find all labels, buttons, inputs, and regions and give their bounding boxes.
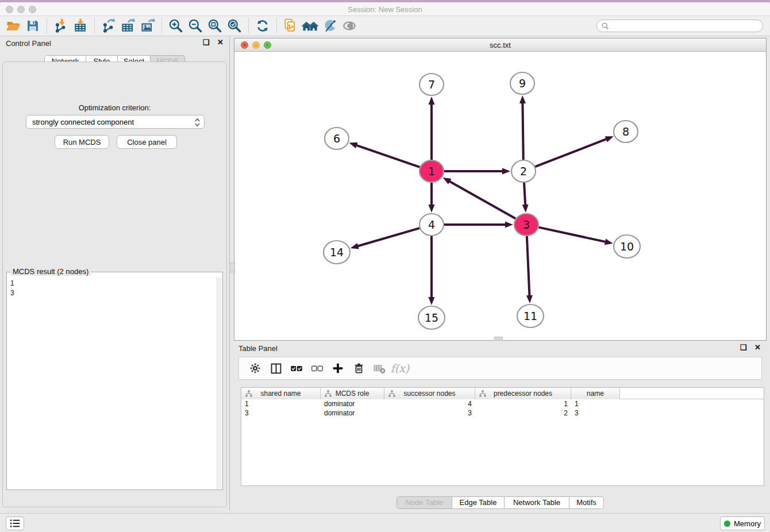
new-network-from-selection-icon[interactable] xyxy=(281,17,301,34)
table-cell[interactable]: 1 xyxy=(241,399,321,408)
criterion-select[interactable]: strongly connected component xyxy=(26,115,205,129)
network-window-title: scc.txt xyxy=(234,41,766,49)
table-panel-float-icon[interactable]: ❑ xyxy=(740,343,747,352)
table-cell[interactable]: 1 xyxy=(571,399,620,408)
graph-node-label-7: 7 xyxy=(428,78,435,91)
mcds-result-text[interactable]: 1 3 xyxy=(8,277,216,488)
graph-edge-3-10[interactable] xyxy=(538,228,607,242)
table-panel: Table Panel ❑ ✕ xyxy=(234,342,767,510)
search-field[interactable] xyxy=(596,20,763,32)
select-all-icon[interactable] xyxy=(286,359,307,377)
zoom-out-icon[interactable] xyxy=(186,17,205,34)
table-panel-close-icon[interactable]: ✕ xyxy=(754,343,761,352)
zoom-in-icon[interactable] xyxy=(166,17,186,34)
table-cell[interactable]: 3 xyxy=(241,408,321,418)
network-canvas[interactable]: 1234678910111415 xyxy=(234,52,766,340)
tab-network-table[interactable]: Network Table xyxy=(505,496,569,509)
graph-edge-arrowhead xyxy=(605,238,613,245)
import-network-icon[interactable] xyxy=(51,17,71,34)
toolbar-separator xyxy=(276,18,277,33)
delete-table-icon[interactable] xyxy=(369,359,390,377)
annotation-icon[interactable] xyxy=(320,17,340,34)
fit-content-icon[interactable] xyxy=(205,17,225,34)
node-table: shared nameMCDS rolesuccessor nodesprede… xyxy=(241,387,764,486)
gear-icon[interactable] xyxy=(245,359,265,377)
optimization-criterion-label: Optimization criterion: xyxy=(3,103,226,112)
graph-edge-3-1[interactable] xyxy=(448,180,515,218)
table-cell[interactable]: 3 xyxy=(384,408,475,418)
export-image-icon[interactable] xyxy=(138,17,157,34)
graph-edge-2-9[interactable] xyxy=(522,102,523,160)
run-mcds-button[interactable]: Run MCDS xyxy=(55,135,109,149)
mcds-panel-body: Optimization criterion: strongly connect… xyxy=(2,61,227,507)
close-panel-button[interactable]: Close panel xyxy=(117,135,177,149)
control-panel-title: Control Panel xyxy=(6,39,51,48)
table-cell[interactable]: dominator xyxy=(321,408,384,418)
function-builder-icon[interactable]: f(x) xyxy=(390,359,410,377)
save-session-icon[interactable] xyxy=(23,17,43,34)
zoom-selected-icon[interactable] xyxy=(225,17,244,34)
table-cell[interactable]: 2 xyxy=(475,408,571,418)
graph-edge-arrowhead xyxy=(522,205,529,213)
memory-button[interactable]: Memory xyxy=(720,516,765,530)
application-window: Session: New Session xyxy=(0,0,770,532)
column-header-successor-nodes[interactable]: successor nodes xyxy=(384,388,475,399)
import-table-icon[interactable] xyxy=(71,17,90,34)
open-folder-icon[interactable] xyxy=(3,17,23,34)
main-toolbar xyxy=(0,16,770,36)
export-network-icon[interactable] xyxy=(99,17,118,34)
graph-edge-arrowhead xyxy=(526,295,533,303)
graph-edge-arrowhead xyxy=(605,136,614,142)
apply-layout-icon[interactable] xyxy=(253,17,272,34)
control-panel-close-icon[interactable]: ✕ xyxy=(217,38,224,47)
graph-edge-1-6[interactable] xyxy=(355,145,420,167)
column-header-mcds-role[interactable]: MCDS role xyxy=(321,388,384,399)
status-bar: Memory xyxy=(0,513,770,532)
table-cell[interactable]: 4 xyxy=(384,399,475,408)
table-cell[interactable]: 3 xyxy=(571,408,620,418)
graph-edge-2-3[interactable] xyxy=(524,183,525,206)
column-header-shared-name[interactable]: shared name xyxy=(241,388,321,399)
graph-edge-arrowhead xyxy=(349,142,358,148)
graph-edge-arrowhead xyxy=(429,97,435,105)
graph-edge-arrowhead xyxy=(351,243,359,249)
search-input[interactable] xyxy=(612,22,758,30)
column-header-predecessor-nodes[interactable]: predecessor nodes xyxy=(475,388,571,399)
graph-edge-arrowhead xyxy=(505,222,513,228)
tab-node-table[interactable]: Node Table xyxy=(396,496,452,509)
memory-label: Memory xyxy=(734,519,761,528)
network-window-titlebar[interactable]: ✕ − + scc.txt xyxy=(234,38,766,52)
task-history-icon[interactable] xyxy=(6,516,24,530)
control-panel: Control Panel ❑ ✕ NetworkStyleSelectMCDS… xyxy=(0,37,230,511)
graph-node-label-10: 10 xyxy=(620,240,634,253)
delete-column-icon[interactable] xyxy=(348,359,369,377)
table-row[interactable]: 1dominator411 xyxy=(241,399,764,408)
graph-edge-3-11[interactable] xyxy=(527,236,530,297)
graph-edge-4-14[interactable] xyxy=(356,228,419,246)
horizontal-split-handle[interactable] xyxy=(494,337,503,341)
column-header-name[interactable]: name xyxy=(571,388,620,399)
first-neighbors-icon[interactable] xyxy=(301,17,320,34)
network-view-window: ✕ − + scc.txt 1234678910111415 xyxy=(234,38,767,341)
table-tabs: Node TableEdge TableNetwork TableMotifs xyxy=(396,496,604,510)
graph-edge-2-8[interactable] xyxy=(535,138,607,167)
window-title: Session: New Session xyxy=(0,5,770,14)
column-layout-icon[interactable] xyxy=(265,359,286,377)
tab-edge-table[interactable]: Edge Table xyxy=(452,496,505,509)
table-cell[interactable]: 1 xyxy=(475,399,571,408)
result-scrollbar[interactable] xyxy=(217,277,222,489)
add-column-icon[interactable] xyxy=(328,359,348,377)
table-row[interactable]: 3dominator323 xyxy=(241,408,764,418)
tab-motifs[interactable]: Motifs xyxy=(569,496,604,509)
toolbar-separator xyxy=(94,18,95,33)
graph-edge-arrowhead xyxy=(502,168,510,175)
control-panel-float-icon[interactable]: ❑ xyxy=(203,38,210,47)
toolbar-separator xyxy=(248,18,249,33)
export-table-icon[interactable] xyxy=(118,17,138,34)
split-pane-handle[interactable] xyxy=(229,263,235,272)
graph-edge-arrowhead xyxy=(443,178,452,184)
show-graphics-details-icon[interactable] xyxy=(340,17,359,34)
graph-node-label-11: 11 xyxy=(523,310,537,322)
deselect-all-icon[interactable] xyxy=(307,359,328,377)
table-cell[interactable]: dominator xyxy=(321,399,384,408)
